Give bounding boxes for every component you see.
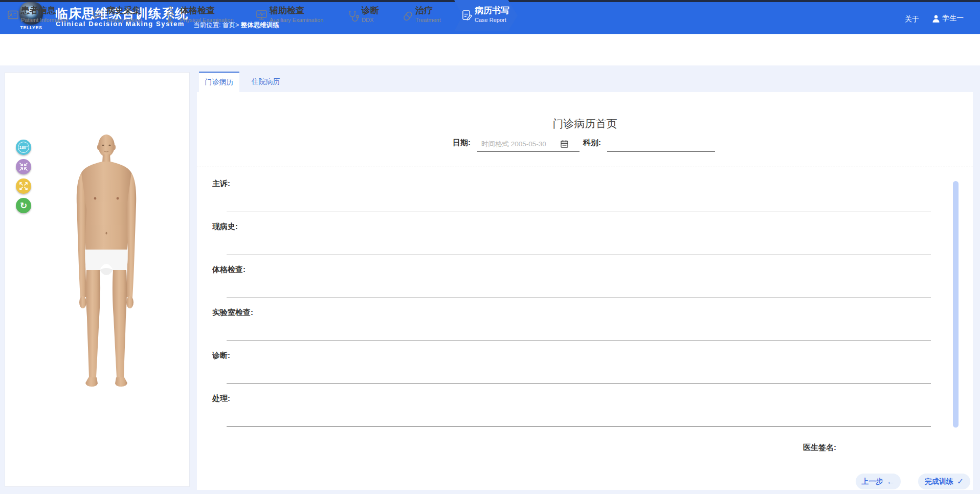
nav-physical-examination[interactable]: 体格检查 Physical Examination	[167, 0, 249, 31]
department-input[interactable]	[607, 138, 715, 152]
user-name: 学生一	[942, 14, 964, 23]
previous-step-button[interactable]: 上一步 ←	[856, 474, 901, 489]
finish-training-label: 完成训练	[925, 477, 953, 486]
arrow-left-icon: ←	[887, 477, 895, 486]
field-label-present-illness: 现病史:	[212, 222, 238, 232]
monitor-waveform-icon	[256, 10, 267, 20]
speech-bubble-icon	[93, 10, 103, 19]
management-input[interactable]	[227, 426, 931, 427]
nav-treatment[interactable]: 治疗 Treatment	[402, 0, 451, 31]
nav-label-en: Patient Information	[21, 17, 68, 23]
field-label-lab-exam: 实验室检查:	[212, 308, 253, 318]
check-icon: ✓	[957, 477, 964, 486]
field-label-diagnosis: 诊断:	[212, 351, 230, 361]
nav-ddx[interactable]: 诊断 DDX	[348, 0, 389, 31]
chief-complaint-input[interactable]	[227, 212, 931, 212]
date-placeholder: 时间格式 2005-05-30	[481, 140, 546, 149]
nav-label-cn: 治疗	[415, 5, 433, 16]
lab-exam-input[interactable]	[227, 341, 931, 341]
diagnosis-input[interactable]	[227, 384, 931, 384]
date-label: 日期:	[453, 138, 471, 148]
stethoscope-icon	[348, 10, 360, 22]
user-icon	[932, 15, 940, 23]
nav-label-en: History talking	[106, 17, 142, 23]
module-navbar	[0, 34, 980, 65]
arrows-inward-icon	[19, 162, 28, 171]
rotate-180-icon: 180°	[18, 142, 29, 153]
nav-auxiliary-examination[interactable]: 辅助检查 Auxiliary Examination	[256, 0, 341, 31]
nav-patient-information[interactable]: 患者信息 Patient Information	[8, 0, 84, 31]
nav-label-cn: 体格检查	[180, 5, 215, 16]
nav-label-cn: 病历书写	[475, 5, 509, 16]
tab-outpatient-record[interactable]: 门诊病历	[199, 72, 239, 92]
zoom-out-model-button[interactable]	[16, 159, 31, 174]
form-scrollbar[interactable]	[953, 181, 959, 428]
previous-step-label: 上一步	[862, 477, 883, 486]
case-report-icon	[462, 10, 473, 21]
standing-person-icon	[167, 6, 174, 24]
physical-exam-input[interactable]	[227, 298, 931, 298]
nav-case-report-active[interactable]: 病历书写 Case Report	[454, 0, 518, 31]
nav-label-en: Treatment	[415, 17, 441, 23]
calendar-icon[interactable]	[561, 140, 568, 148]
nav-label-en: DDX	[362, 17, 373, 23]
form-title: 门诊病历首页	[197, 117, 973, 131]
nav-label-cn: 诊断	[362, 5, 379, 16]
patient-body-model[interactable]	[73, 133, 140, 412]
dashed-divider	[197, 167, 973, 167]
refresh-icon: ↻	[20, 200, 27, 211]
nav-label-en: Physical Examination	[180, 17, 234, 23]
department-label: 科别:	[583, 138, 601, 148]
zoom-in-model-button[interactable]	[16, 178, 31, 194]
nav-label-en: Case Report	[475, 17, 506, 23]
about-link[interactable]: 关于	[905, 15, 919, 24]
date-input[interactable]: 时间格式 2005-05-30	[477, 138, 580, 152]
patient-card-icon	[8, 10, 18, 19]
doctor-signature-label: 医生签名:	[803, 443, 836, 453]
user-menu[interactable]: 学生一	[932, 14, 964, 23]
tab-inpatient-record[interactable]: 住院病历	[246, 72, 286, 92]
capsule-icon	[402, 10, 414, 22]
case-report-panel	[197, 92, 973, 490]
reset-view-button[interactable]: ↻	[16, 198, 31, 213]
nav-label-cn: 患者信息	[21, 5, 56, 16]
arrows-outward-icon	[19, 182, 28, 191]
nav-history-talking[interactable]: 病史采集 History talking	[93, 0, 160, 31]
finish-training-button[interactable]: 完成训练 ✓	[918, 474, 970, 489]
present-illness-input[interactable]	[227, 255, 931, 255]
field-label-management: 处理:	[212, 394, 230, 403]
nav-label-cn: 病史采集	[106, 5, 141, 16]
nav-label-cn: 辅助检查	[270, 5, 304, 16]
rotate-180-button[interactable]: 180°	[16, 140, 31, 155]
field-label-physical-exam: 体格检查:	[212, 265, 246, 275]
nav-label-en: Auxiliary Examination	[270, 17, 323, 23]
field-label-chief-complaint: 主诉:	[212, 179, 230, 189]
